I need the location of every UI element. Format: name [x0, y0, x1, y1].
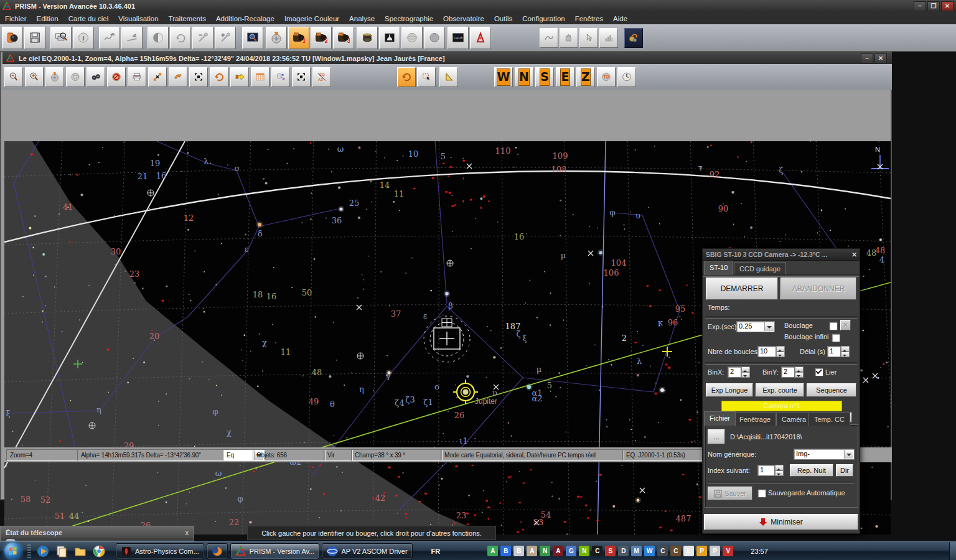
tray-bluetooth-icon[interactable]: B [500, 546, 511, 556]
menu-addition-recalage[interactable]: Addition-Recalage [211, 14, 279, 24]
maptool-link-sphere-button[interactable] [271, 67, 290, 87]
nbre-boucles-field[interactable]: 10 [757, 346, 776, 357]
toolbar-save-button[interactable] [24, 27, 45, 49]
maptool-undo-rotate-button[interactable] [210, 67, 228, 87]
file-tab-fen-trage[interactable]: Fenêtrage [734, 413, 776, 426]
toolbar-rotate-left-button[interactable] [170, 27, 191, 49]
maptool-celestial-sphere-button[interactable] [66, 67, 85, 87]
restore-button[interactable]: ❐ [927, 1, 940, 11]
quicklaunch-chrome-icon[interactable] [92, 544, 106, 558]
taskbar-button-prism[interactable]: PRISM - Version Av... [230, 543, 320, 559]
tray-language-flag-icon[interactable]: L [683, 546, 694, 556]
toolbar-sphere-1-button[interactable] [401, 27, 423, 49]
tray-capture-icon[interactable]: C [657, 546, 668, 556]
maptool-ephemeris-table-button[interactable] [251, 67, 269, 87]
tray-audio-device-icon[interactable]: A [527, 546, 537, 556]
maptool-zoom-in-button[interactable] [25, 67, 44, 87]
menu-traitements[interactable]: Traitements [164, 14, 211, 24]
start-button[interactable] [4, 543, 21, 559]
toolbar-screen-search-button[interactable] [242, 27, 263, 49]
tray-power-plug-icon[interactable]: P [710, 546, 720, 556]
maptool-select-region-button[interactable] [417, 67, 436, 87]
taskbar-clock[interactable]: 23:57 [751, 548, 768, 555]
exp-longue-button[interactable]: Exp Longue [706, 383, 753, 397]
direction-z-button[interactable]: Z [576, 67, 595, 87]
toolbar-level-tool-button[interactable] [121, 27, 143, 49]
minimiser-button[interactable]: Minimiser [704, 514, 858, 530]
tray-apps-colored-icon[interactable]: A [487, 546, 498, 556]
camera-panel-close-icon[interactable]: ✕ [851, 251, 857, 258]
toolbar-mount-red-button[interactable] [470, 27, 491, 49]
bouclage-infini-checkbox[interactable] [832, 334, 840, 342]
quicklaunch-documents-icon[interactable] [55, 544, 68, 558]
direction-s-button[interactable]: S [535, 67, 554, 87]
menu-fen-tres[interactable]: Fenêtres [570, 14, 608, 24]
dir-button[interactable]: Dir [836, 464, 853, 477]
map-close-button[interactable]: ✕ [874, 54, 887, 63]
tray-dual-display-icon[interactable]: D [618, 546, 629, 556]
maptool-compress-button[interactable] [189, 67, 208, 87]
direction-w-button[interactable]: W [494, 67, 513, 87]
toolbar-half-moon-button[interactable] [148, 27, 169, 49]
minimize-button[interactable]: – [914, 1, 926, 11]
browse-button[interactable]: ... [708, 429, 725, 444]
toolbar-camera-2-button[interactable]: 2 [311, 27, 332, 49]
bouclage-checkbox[interactable] [829, 322, 838, 330]
tray-coffee-cup-icon[interactable]: C [670, 546, 681, 556]
file-tab-temp-cc[interactable]: Temp. CC [808, 413, 850, 426]
tray-volume-muted-icon[interactable]: V [723, 546, 733, 556]
taskbar-button-astro[interactable]: Astro-Physics Com... [116, 543, 204, 559]
menu-visualisation[interactable]: Visualisation [113, 14, 163, 24]
toolbar-focuser-button[interactable] [357, 27, 378, 49]
file-tab-cam-ra[interactable]: Caméra [776, 413, 812, 426]
maptool-binoculars-button[interactable] [87, 67, 105, 87]
lier-checkbox[interactable] [815, 368, 823, 376]
menu-observatoire[interactable]: Observatoire [438, 14, 489, 24]
toolbar-calib-button[interactable]: CALB [448, 27, 469, 49]
exp-courte-button[interactable]: Exp. courte [756, 383, 804, 397]
menu-spectrographie[interactable]: Spectrographie [380, 14, 438, 24]
toolbar-image-info-button[interactable]: i [73, 27, 94, 49]
index-suivant-field[interactable]: 1 [757, 465, 775, 476]
menu-analyse[interactable]: Analyse [344, 14, 380, 24]
tray-wireless-icon[interactable]: W [644, 546, 655, 556]
binx-spinner[interactable] [741, 366, 750, 378]
tray-network-tree-icon[interactable]: N [540, 546, 550, 556]
rep-nuit-button[interactable]: Rep. Nuit [790, 464, 833, 477]
maptool-print-button[interactable] [128, 67, 146, 87]
toolbar-open-image-button[interactable] [2, 27, 23, 49]
maptool-rotate-active-button[interactable] [397, 67, 416, 87]
direction-e-button[interactable]: E [556, 67, 574, 87]
tray-astro-app-icon[interactable]: A [553, 546, 563, 556]
direction-n-button[interactable]: N [515, 67, 533, 87]
tray-monitor-icon[interactable]: M [631, 546, 642, 556]
tray-nvidia-icon[interactable]: N [579, 546, 589, 556]
maptool-set-square-button[interactable] [439, 67, 458, 87]
quicklaunch-folder-icon[interactable] [73, 544, 87, 558]
sequence-button[interactable]: Sequence [807, 383, 856, 397]
menu-fichier[interactable]: Fichier [0, 14, 32, 24]
toolbar-pointer-button[interactable] [579, 28, 598, 48]
maptool-filter-wheel-button[interactable] [45, 67, 64, 87]
tray-camera-app-icon[interactable]: C [592, 546, 602, 556]
toolbar-camera-1-button[interactable]: 1 [288, 27, 309, 49]
delai-field[interactable]: 1 [827, 346, 841, 357]
tray-globe-icon[interactable]: G [566, 546, 576, 556]
maptool-flip-page-button[interactable] [169, 67, 187, 87]
maptool-expand-button[interactable] [148, 67, 167, 87]
binx-field[interactable]: 2 [728, 366, 741, 378]
toolbar-wrench-minus-button[interactable] [192, 27, 213, 49]
maptool-zoom-out-button[interactable] [4, 67, 23, 87]
maptool-compress-2-button[interactable] [292, 67, 311, 87]
toolbar-search-images-button[interactable] [50, 27, 72, 49]
menu-carte-du-ciel[interactable]: Carte du ciel [63, 14, 114, 24]
toolbar-wrench-plus-button[interactable] [215, 27, 236, 49]
demarrer-button[interactable]: DEMARRER [706, 278, 778, 300]
tray-security-red-icon[interactable]: S [605, 546, 616, 556]
maptool-clock-button[interactable] [617, 67, 636, 87]
maptool-no-display-button[interactable] [107, 67, 126, 87]
toolbar-curve-small-button[interactable] [540, 28, 558, 48]
quicklaunch-media-player-icon[interactable] [36, 544, 50, 558]
nom-generique-combobox[interactable]: Img- [794, 449, 855, 460]
biny-spinner[interactable] [795, 366, 804, 378]
